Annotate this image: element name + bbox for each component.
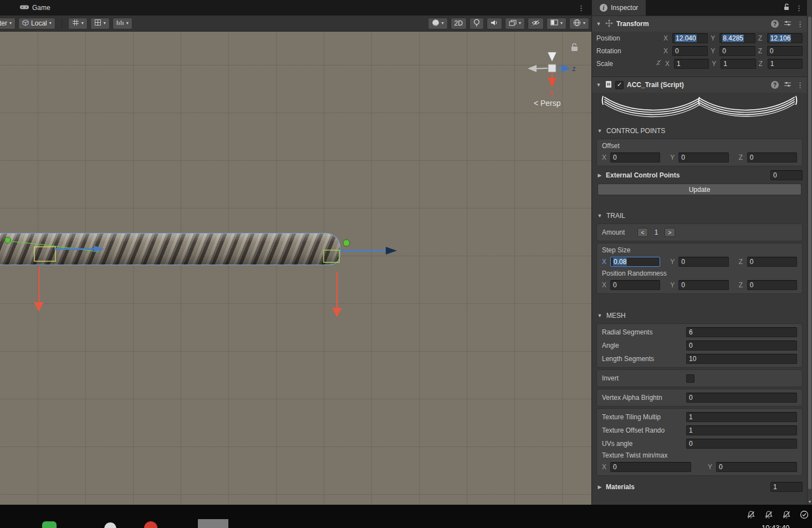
grid-snap-dropdown[interactable]: ▾: [68, 18, 88, 29]
2d-toggle[interactable]: 2D: [451, 18, 467, 29]
scene-viewport[interactable]: z x < Persp: [0, 32, 591, 505]
snap-increment-dropdown[interactable]: ▾: [113, 18, 132, 29]
effects-dropdown[interactable]: ▾: [505, 18, 525, 29]
x-axis-cone[interactable]: [548, 78, 556, 88]
help-icon[interactable]: ?: [771, 20, 779, 28]
external-control-points-field[interactable]: 0: [770, 170, 803, 180]
persp-label[interactable]: Persp: [540, 99, 561, 108]
scene-visibility-toggle[interactable]: [528, 18, 544, 29]
link-broken-icon[interactable]: [655, 59, 662, 68]
texture-tiling-field[interactable]: 1: [686, 412, 797, 422]
lighting-toggle[interactable]: [469, 18, 484, 29]
rotation-z-field[interactable]: 0: [767, 46, 803, 56]
foldout-open-icon[interactable]: ▼: [596, 213, 603, 219]
step-size-z-field[interactable]: 0: [747, 257, 797, 267]
tab-inspector[interactable]: i Inspector: [592, 0, 646, 16]
taskbar-app-icon-red[interactable]: [144, 521, 157, 528]
position-randomness-y-field[interactable]: 0: [678, 280, 728, 290]
presets-icon[interactable]: [784, 20, 791, 28]
step-size-x-field[interactable]: 0.08: [610, 257, 660, 267]
lock-icon[interactable]: [783, 3, 790, 12]
foldout-open-icon[interactable]: ▼: [595, 82, 602, 88]
scale-label[interactable]: Scale: [596, 60, 652, 68]
section-mesh[interactable]: ▼ MESH: [592, 309, 807, 322]
pivot-dropdown[interactable]: ter ▾: [0, 18, 16, 29]
gizmos-dropdown[interactable]: ▾: [569, 18, 589, 29]
check-circle-icon[interactable]: [800, 510, 809, 521]
taskbar-app-icon-green[interactable]: [42, 521, 57, 528]
acc-trail-header[interactable]: ▼ ✓ ACC_Trail (Script) ? ⋮: [592, 77, 807, 93]
notifications-off-icon[interactable]: [747, 510, 755, 521]
rotation-label[interactable]: Rotation: [596, 47, 661, 55]
taskbar-app-icon-white[interactable]: [104, 522, 116, 528]
external-control-points-row[interactable]: ▶ External Control Points 0: [592, 169, 807, 181]
amount-increment-button[interactable]: >: [665, 228, 675, 237]
position-y-field[interactable]: 8.4285: [719, 33, 755, 43]
clock[interactable]: 10:43:40: [762, 524, 790, 528]
scale-z-field[interactable]: 1: [768, 59, 803, 69]
foldout-closed-icon[interactable]: ▶: [596, 484, 603, 490]
step-size-y-field[interactable]: 0: [678, 257, 728, 267]
component-menu-icon[interactable]: ⋮: [796, 20, 804, 28]
camera-settings-dropdown[interactable]: ▾: [547, 18, 566, 29]
position-x-field[interactable]: 12.040: [672, 33, 708, 43]
orientation-gizmo[interactable]: z x < Persp: [528, 44, 578, 108]
tab-game[interactable]: Game: [13, 0, 57, 16]
offset-z-field[interactable]: 0: [747, 153, 797, 163]
offset-x-field[interactable]: 0: [610, 153, 660, 163]
rotation-y-field[interactable]: 0: [719, 46, 755, 56]
texture-offset-field[interactable]: 1: [686, 425, 797, 435]
inspector-scrollbar[interactable]: ▼: [807, 16, 812, 505]
z-axis-cone[interactable]: [561, 65, 570, 73]
scrollbar-thumb[interactable]: [808, 17, 811, 489]
gizmo-center-cube[interactable]: [548, 64, 556, 72]
orientation-dropdown[interactable]: Local ▾: [18, 18, 55, 29]
presets-icon[interactable]: [784, 81, 791, 89]
amount-decrement-button[interactable]: <: [637, 228, 648, 237]
component-menu-icon[interactable]: ⋮: [796, 81, 804, 89]
update-button[interactable]: Update: [597, 184, 801, 195]
vertex-alpha-field[interactable]: 0: [686, 393, 797, 403]
radial-segments-field[interactable]: 6: [686, 327, 797, 337]
uvs-angle-field[interactable]: 0: [686, 439, 797, 449]
foldout-closed-icon[interactable]: ▶: [596, 172, 603, 178]
taskbar-window-button[interactable]: [198, 519, 228, 528]
position-label[interactable]: Position: [596, 34, 661, 42]
lock-icon[interactable]: [571, 47, 578, 51]
grid-visibility-dropdown[interactable]: ▾: [90, 18, 110, 29]
scale-x-field[interactable]: 1: [674, 59, 709, 69]
rotation-x-field[interactable]: 0: [672, 46, 708, 56]
length-segments-field[interactable]: 10: [686, 354, 797, 364]
shading-mode-dropdown[interactable]: ▾: [428, 18, 448, 29]
texture-twist-y-field[interactable]: 0: [716, 462, 797, 472]
foldout-open-icon[interactable]: ▼: [596, 313, 603, 318]
neg-axis-cone[interactable]: [528, 65, 537, 72]
scroll-down-icon[interactable]: ▼: [808, 500, 812, 504]
angle-field[interactable]: 0: [686, 341, 797, 351]
scene-menu-icon[interactable]: ⋮: [578, 4, 585, 12]
position-randomness-x-field[interactable]: 0: [610, 280, 660, 290]
inspector-menu-icon[interactable]: ⋮: [795, 4, 803, 12]
notifications-off-icon[interactable]: [764, 510, 773, 521]
section-trail[interactable]: ▼ TRAIL: [592, 210, 807, 222]
invert-checkbox[interactable]: [686, 374, 694, 383]
amount-value[interactable]: 1: [651, 229, 661, 236]
foldout-open-icon[interactable]: ▼: [595, 21, 602, 27]
scale-y-field[interactable]: 1: [721, 59, 755, 69]
enabled-checkbox[interactable]: ✓: [615, 81, 624, 89]
position-z-field[interactable]: 12.106: [767, 33, 803, 43]
offset-y-field[interactable]: 0: [678, 153, 728, 163]
y-axis-cone[interactable]: [548, 52, 556, 62]
foldout-open-icon[interactable]: ▼: [596, 128, 603, 134]
transform-header[interactable]: ▼ Transform ? ⋮: [592, 16, 807, 32]
texture-twist-x-field[interactable]: 0: [610, 462, 691, 472]
materials-row[interactable]: ▶ Materials 1: [592, 480, 807, 494]
control-point-handle[interactable]: [5, 237, 11, 243]
position-randomness-z-field[interactable]: 0: [747, 280, 797, 290]
notifications-off-icon[interactable]: [782, 510, 791, 521]
audio-toggle[interactable]: [487, 18, 502, 29]
control-point-handle[interactable]: [343, 240, 350, 246]
section-control-points[interactable]: ▼ CONTROL POINTS: [592, 125, 807, 137]
materials-count-field[interactable]: 1: [770, 482, 803, 492]
help-icon[interactable]: ?: [771, 81, 779, 89]
